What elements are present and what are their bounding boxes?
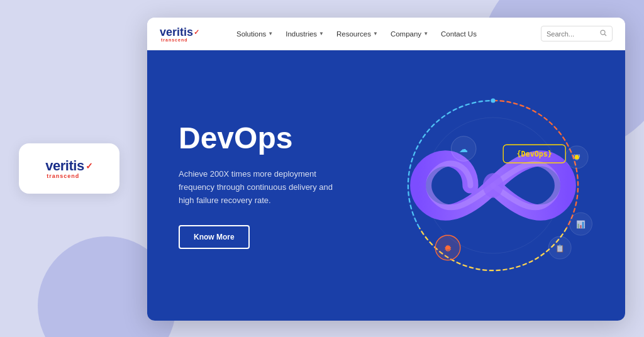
logo-card-checkmark: ✓ [86, 161, 93, 171]
nav-logo-top: veritis ✓ [160, 26, 216, 39]
svg-text:{DevOps}: {DevOps} [517, 150, 552, 158]
nav-item-industries[interactable]: Industries ▼ [280, 26, 329, 41]
nav-logo[interactable]: veritis ✓ transcend [160, 26, 216, 42]
svg-text:📋: 📋 [555, 244, 565, 253]
nav-item-solutions[interactable]: Solutions ▼ [231, 26, 278, 41]
hero-section: DevOps Achieve 200X times more deploymen… [147, 50, 625, 321]
chevron-down-icon: ▼ [373, 31, 378, 36]
svg-text:☁: ☁ [459, 144, 468, 154]
chevron-down-icon: ▼ [423, 31, 428, 36]
nav-item-resources[interactable]: Resources ▼ [331, 26, 383, 41]
logo-card-tagline: transcend [47, 173, 79, 179]
nav-item-company[interactable]: Company ▼ [386, 26, 433, 41]
nav-contact[interactable]: Contact Us [436, 26, 482, 41]
chevron-down-icon: ▼ [319, 31, 324, 36]
svg-point-4 [483, 173, 503, 198]
chevron-down-icon: ▼ [268, 31, 273, 36]
nav-logo-check: ✓ [194, 28, 199, 36]
browser-window: veritis ✓ transcend Solutions ▼ Industri… [147, 18, 625, 321]
svg-point-18 [575, 155, 579, 159]
navbar: veritis ✓ transcend Solutions ▼ Industri… [147, 18, 625, 50]
nav-logo-tagline: transcend [161, 38, 216, 42]
svg-point-17 [491, 98, 495, 102]
search-icon [599, 29, 607, 38]
logo-card-word: veritis [45, 158, 84, 174]
svg-text:📊: 📊 [576, 220, 586, 229]
logo-card: veritis ✓ transcend [19, 143, 119, 194]
hero-description: Achieve 200X times more deployment frequ… [179, 168, 342, 207]
search-input[interactable] [547, 30, 597, 38]
logo-card-content: veritis ✓ transcend [45, 158, 92, 179]
nav-menu: Solutions ▼ Industries ▼ Resources ▼ Com… [231, 26, 536, 41]
devops-illustration: {DevOps} ☁ 🛡 📊 📋 ⚙ [380, 79, 606, 292]
logo-card-brand: veritis ✓ [45, 158, 92, 174]
know-more-button[interactable]: Know More [179, 225, 250, 249]
svg-point-19 [445, 245, 450, 250]
nav-logo-word: veritis [160, 26, 193, 39]
svg-point-0 [601, 30, 605, 35]
hero-title: DevOps [179, 122, 342, 155]
svg-line-1 [604, 34, 606, 36]
nav-search-box[interactable] [541, 26, 613, 41]
hero-content: DevOps Achieve 200X times more deploymen… [147, 122, 374, 248]
